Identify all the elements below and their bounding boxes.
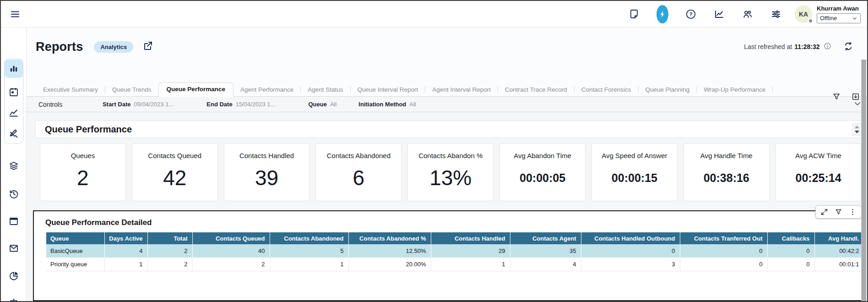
user-name: Khurram Awan [817,5,859,12]
section-title: Queue Performance [45,124,132,135]
main-area: Reports Analytics Last refreshed at 11:2… [27,27,868,302]
tab-queue-planning[interactable]: Queue Planning [639,84,697,96]
filter-end-date[interactable]: End Date 15/04/2023 1... [206,101,275,108]
tab-agent-interval-report[interactable]: Agent Interval Report [425,84,498,96]
kpi-card-contacts-abandon-pct: Contacts Abandon % 13% [407,143,494,201]
settings-icon [8,298,19,302]
flash-icon-circle [656,5,668,23]
kpi-cards: Queues 2 Contacts Queued 42 Contacts Han… [40,143,862,201]
filter-initiation-method[interactable]: Initiation Method All [358,101,416,108]
flash-icon[interactable] [656,8,668,20]
vertical-scrollbar[interactable] [861,60,866,302]
notes-icon[interactable] [628,8,640,20]
svg-text:?: ? [689,11,692,17]
detail-title: Queue Performance Detailed [45,218,864,227]
sidebar-item-window[interactable] [5,212,23,231]
table-filter-icon[interactable] [835,208,842,216]
user-block: Khurram Awan Offline [817,5,861,23]
sidebar-item-trends[interactable] [5,104,23,122]
chevron-down-icon [852,16,857,21]
controls-title[interactable]: Controls [38,101,62,108]
table-row[interactable]: BasicQueue 4 2 40 5 12.50% 29 35 0 0 [46,244,864,258]
col-contacts-handled: Contacts Handled [431,232,510,244]
tab-executive-summary[interactable]: Executive Summary [36,84,105,96]
col-contacts-abandoned-pct: Contacts Abandoned % [348,232,431,244]
queue-performance-table: Queue Days Active Total Contacts Queued … [46,232,864,271]
scroll-up-icon [855,126,859,128]
status-select[interactable]: Offline [817,13,861,23]
analytics-badge: Analytics [94,41,133,53]
sidebar-item-pie[interactable] [5,267,23,285]
window-icon [8,216,19,227]
col-contacts-agent: Contacts Agent [510,232,581,244]
col-contacts-handled-outbound: Contacts Handled Outbound [581,232,680,244]
design-icon [8,128,19,139]
metrics-icon[interactable] [713,8,725,20]
history-icon [8,188,19,199]
kpi-card-avg-speed-of-answer: Avg Speed of Answer 00:00:15 [591,143,678,201]
hamburger-menu-icon[interactable] [9,8,21,20]
external-link-icon[interactable] [142,40,153,53]
kebab-menu-icon[interactable] [849,208,857,216]
report-utilities [831,92,861,102]
tab-queue-interval-report[interactable]: Queue Interval Report [351,84,425,96]
sliders-icon[interactable] [770,8,782,20]
avatar[interactable]: KA [795,5,812,23]
col-total: Total [147,232,192,244]
layers-icon [8,160,19,171]
tab-queue-trends[interactable]: Queue Trends [105,84,158,96]
kpi-card-avg-handle-time: Avg Handle Time 00:38:16 [684,143,770,201]
topbar-icons: ? [628,8,782,20]
col-callbacks: Callbacks [767,232,814,244]
sidebar-item-analytics[interactable] [5,60,23,78]
tab-wrap-up-performance[interactable]: Wrap-Up Performance [697,84,772,96]
refresh-status: Last refreshed at 11:28:32 [744,41,854,53]
tab-agent-status[interactable]: Agent Status [301,84,350,96]
pie-chart-icon [8,270,19,281]
tab-contract-trace-record[interactable]: Contract Trace Record [498,84,574,96]
line-chart-icon [8,107,19,118]
filter-start-date[interactable]: Start Date 09/04/2023 1... [103,101,174,108]
sidebar-item-design[interactable] [5,125,23,143]
topbar: ? KA Khurram Awan Offline [1,1,867,27]
last-refreshed-time: 11:28:32 [794,43,819,50]
filter-icon[interactable] [831,92,841,102]
tab-contact-forensics[interactable]: Contact Forensics [575,84,638,96]
table-header-row: Queue Days Active Total Contacts Queued … [46,232,864,244]
expand-icon[interactable] [820,208,828,216]
detail-table-wrap: Queue Days Active Total Contacts Queued … [46,232,864,271]
sidebar-item-history[interactable] [5,185,23,203]
tab-agent-performance[interactable]: Agent Performance [233,84,300,96]
detail-panel: Queue Performance Detailed Queue [33,210,865,301]
download-icon[interactable] [851,92,861,102]
tab-queue-performance[interactable]: Queue Performance [158,82,233,97]
status-dot [808,18,813,23]
status-select-value: Offline [820,15,837,22]
report-content: Controls Start Date 09/04/2023 1... End … [27,97,868,302]
col-queue: Queue [46,232,104,244]
kpi-card-contacts-abandoned: Contacts Abandoned 6 [315,143,401,201]
calendar-icon [8,87,19,98]
sidebar-item-layers[interactable] [5,157,23,175]
mail-icon [8,243,19,254]
app-window: ? KA Khurram Awan Offline [0,0,868,302]
sidebar-item-calendar[interactable] [5,83,23,101]
tab-divider [772,86,773,93]
sidebar-item-settings[interactable] [5,294,23,302]
help-icon[interactable]: ? [685,8,697,20]
report-tabs: Executive Summary Queue Trends Queue Per… [27,83,868,97]
refresh-icon[interactable] [843,41,853,53]
col-contacts-abandoned: Contacts Abandoned [270,232,348,244]
sidebar-item-mail[interactable] [5,239,23,258]
info-icon[interactable] [824,42,831,51]
col-contacts-tranferred-out: Contacts Tranferred Out [680,232,767,244]
users-icon[interactable] [742,8,754,20]
kpi-card-queues: Queues 2 [40,143,126,201]
filter-queue[interactable]: Queue All [308,101,336,108]
section-scroll-spinner[interactable] [852,122,862,136]
page-title: Reports [36,40,83,54]
kpi-card-avg-abandon-time: Avg Abandon Time 00:00:05 [499,143,586,201]
table-row[interactable]: Priority queue 1 2 2 1 20.00% 1 4 3 0 [46,258,864,271]
kpi-card-contacts-handled: Contacts Handled 39 [224,143,310,201]
col-contacts-queued: Contacts Queued [192,232,270,244]
